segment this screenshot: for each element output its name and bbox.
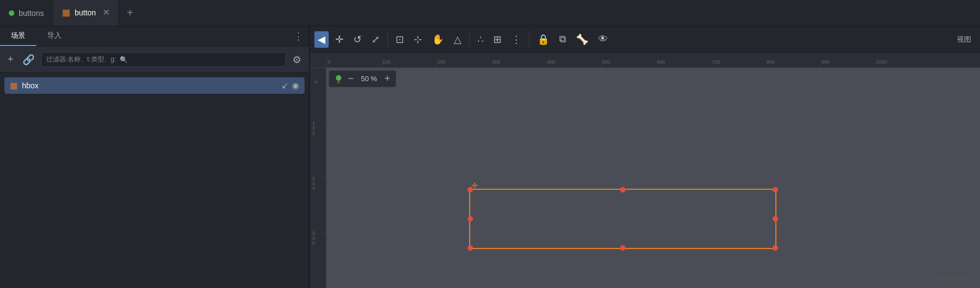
svg-text:700: 700: [712, 59, 720, 65]
filter-icon-button[interactable]: ⚙: [290, 53, 303, 67]
scale-tool-button[interactable]: ⤢: [368, 31, 383, 48]
node-tool-button[interactable]: ∴: [474, 31, 487, 48]
rect-select-tool-button[interactable]: ⊡: [392, 31, 407, 48]
more-tool-button[interactable]: ⋮: [508, 31, 525, 48]
tab-button[interactable]: ▦ button ✕: [53, 0, 119, 26]
handle-middle-left[interactable]: [468, 216, 473, 222]
anchor-tool-button[interactable]: ⊹: [410, 31, 425, 48]
watermark: CSDN @龏星石: [931, 275, 973, 284]
zoom-level-display: 50 %: [358, 75, 380, 83]
link-button[interactable]: 🔗: [20, 53, 37, 67]
svg-text:100: 100: [382, 59, 391, 65]
zoom-in-button[interactable]: +: [384, 72, 392, 86]
tab-add-button[interactable]: +: [119, 0, 141, 26]
add-button[interactable]: +: [5, 53, 16, 66]
zoom-controls: ✕ − 50 % +: [329, 70, 396, 87]
layer-tool-button[interactable]: ⧉: [556, 31, 570, 47]
svg-text:600: 600: [657, 59, 665, 65]
sidebar-tabs: 场景 导入 ⋮: [0, 26, 309, 47]
rotate-tool-button[interactable]: ↺: [350, 31, 365, 48]
svg-text:0: 0: [312, 131, 315, 136]
svg-text:800: 800: [767, 59, 775, 65]
view-label: 视图: [957, 35, 976, 44]
sidebar-content: ▦ hbox ↙ ◉: [0, 73, 309, 288]
tab-bar: buttons ▦ button ✕ +: [0, 0, 980, 26]
svg-text:1000: 1000: [876, 59, 887, 65]
filter-input-container[interactable]: 过滤器:名称、t:类型、g: 🔍: [41, 52, 286, 67]
sidebar-tab-import[interactable]: 导入: [36, 26, 72, 46]
sidebar-toolbar: + 🔗 过滤器:名称、t:类型、g: 🔍 ⚙: [0, 47, 309, 73]
canvas-widget-hbox[interactable]: ✛: [469, 189, 776, 249]
action2-icon[interactable]: ◉: [292, 81, 299, 91]
tab-close-button[interactable]: ✕: [103, 7, 110, 18]
handle-bottom-middle[interactable]: [620, 245, 626, 251]
handle-top-right[interactable]: [773, 187, 778, 193]
svg-text:400: 400: [547, 59, 555, 65]
ruler-vertical: 0 1 0 0 2 0 0 3 0 0: [310, 68, 326, 288]
visibility-tool-button[interactable]: 👁: [595, 31, 611, 47]
handle-bottom-left[interactable]: [468, 245, 473, 251]
zoom-out-button[interactable]: −: [347, 72, 355, 86]
ruler-corner: [310, 53, 326, 68]
tab-dot-icon: [9, 10, 14, 16]
handle-middle-right[interactable]: [773, 216, 778, 222]
hbox-label: hbox: [22, 81, 38, 90]
tab-grid-icon: ▦: [62, 7, 70, 18]
tree-item-hbox[interactable]: ▦ hbox ↙ ◉: [4, 77, 305, 94]
tab-buttons-label: buttons: [19, 9, 44, 18]
select-tool-button[interactable]: ◀: [314, 31, 329, 48]
canvas-background[interactable]: ✕ − 50 % +: [326, 68, 980, 288]
canvas-area: ◀ ✛ ↺ ⤢ ⊡ ⊹ ✋ △ ∴ ⊞ ⋮ 🔒 ⧉ 🦴 👁 视图: [310, 26, 980, 288]
svg-text:0: 0: [328, 59, 330, 65]
svg-text:0: 0: [312, 185, 315, 191]
pan-tool-button[interactable]: ✋: [429, 31, 447, 48]
green-indicator: ✕: [334, 74, 343, 84]
handle-top-middle[interactable]: [620, 187, 626, 193]
svg-text:200: 200: [437, 59, 446, 65]
bone-tool-button[interactable]: 🦴: [573, 31, 592, 48]
hbox-grid-icon: ▦: [10, 81, 18, 91]
svg-text:900: 900: [821, 59, 830, 65]
move-tool-button[interactable]: ✛: [332, 31, 347, 48]
sidebar-more-icon[interactable]: ⋮: [294, 30, 303, 42]
action1-icon[interactable]: ↙: [281, 81, 289, 91]
tab-buttons[interactable]: buttons: [0, 0, 53, 26]
svg-text:300: 300: [492, 59, 500, 65]
shape-tool-button[interactable]: △: [450, 31, 465, 48]
svg-text:✕: ✕: [336, 79, 341, 84]
filter-label: 过滤器:名称、t:类型、g:: [46, 55, 116, 64]
canvas-toolbar: ◀ ✛ ↺ ⤢ ⊡ ⊹ ✋ △ ∴ ⊞ ⋮ 🔒 ⧉ 🦴 👁 视图: [310, 26, 980, 53]
separator-3: [529, 32, 530, 47]
main-area: 场景 导入 ⋮ + 🔗 过滤器:名称、t:类型、g: 🔍 ⚙ ▦ hbox: [0, 26, 980, 288]
move-cursor-icon: ✛: [471, 181, 478, 190]
grid-tool-button[interactable]: ⊞: [490, 31, 505, 48]
ruler-horizontal: 0 100 200 300 400 500 600: [326, 53, 980, 68]
ruler-h-ticks: 0 100 200 300 400 500 600: [326, 53, 980, 67]
tree-item-actions: ↙ ◉: [281, 81, 299, 91]
separator-2: [469, 32, 470, 47]
handle-bottom-right[interactable]: [773, 245, 778, 251]
sidebar-tab-scene[interactable]: 场景: [0, 26, 36, 46]
separator-1: [387, 32, 388, 47]
lock-tool-button[interactable]: 🔒: [534, 31, 553, 48]
svg-text:0: 0: [313, 81, 319, 83]
canvas-viewport[interactable]: 0 100 200 300 400 500 600: [310, 53, 980, 288]
tab-button-label: button: [75, 8, 96, 17]
svg-text:0: 0: [312, 240, 315, 246]
search-icon: 🔍: [120, 56, 128, 64]
sidebar: 场景 导入 ⋮ + 🔗 过滤器:名称、t:类型、g: 🔍 ⚙ ▦ hbox: [0, 26, 310, 288]
svg-text:500: 500: [602, 59, 610, 65]
